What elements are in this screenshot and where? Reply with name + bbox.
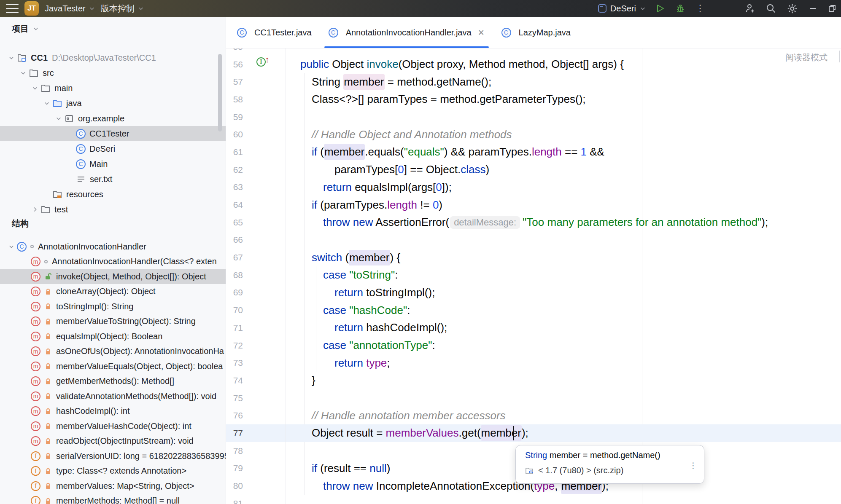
project-tree-item-cc1[interactable]: CC1D:\Desktop\JavaTester\CC1 <box>0 50 226 65</box>
chevron-down-icon[interactable] <box>56 115 62 121</box>
line-number[interactable]: 73 <box>226 358 243 368</box>
project-tree-item-ser-txt[interactable]: ser.txt <box>0 172 226 187</box>
structure-item-tostringimpl[interactable]: mtoStringImpl(): String <box>0 299 226 314</box>
line-number[interactable]: 70 <box>226 305 243 315</box>
line-number[interactable]: 68 <box>226 270 243 280</box>
structure-item-serialversionuid[interactable]: fserialVersionUID: long = 61820228836583… <box>0 448 226 464</box>
code-line-64[interactable]: 64if (paramTypes.length != 0) <box>226 196 841 214</box>
line-number[interactable]: 59 <box>226 112 243 122</box>
code-line-61[interactable]: 61if (member.equals("equals") && paramTy… <box>226 143 841 161</box>
line-number[interactable]: 66 <box>226 235 243 245</box>
code-line-73[interactable]: 73return type; <box>226 354 841 372</box>
line-number[interactable]: 57 <box>226 77 243 87</box>
tab-cc1tester-java[interactable]: CCC1Tester.java <box>229 17 320 48</box>
project-tree-item-java[interactable]: java <box>0 96 226 111</box>
gutter[interactable]: 75 <box>226 389 286 407</box>
line-number[interactable]: 81 <box>226 499 243 504</box>
tab-annotationinvocationhandler-java[interactable]: CAnnotationInvocationHandler.java✕ <box>320 17 493 48</box>
line-number[interactable]: 80 <box>226 481 243 491</box>
line-number[interactable]: 61 <box>226 147 243 157</box>
debug-button[interactable] <box>670 1 690 16</box>
chevron-down-icon[interactable] <box>44 100 50 106</box>
project-selector[interactable]: JavaTester <box>45 4 95 13</box>
structure-item-readobject[interactable]: mreadObject(ObjectInputStream): void <box>0 434 226 449</box>
vcs-menu[interactable]: 版本控制 <box>101 3 144 14</box>
structure-item-validateannotationmethods[interactable]: mvalidateAnnotationMethods(Method[]): vo… <box>0 389 226 404</box>
project-tree-item-org-example[interactable]: org.example <box>0 111 226 126</box>
line-number[interactable]: 55 <box>226 48 243 52</box>
gutter[interactable]: 81 <box>226 495 286 504</box>
gutter[interactable]: 69 <box>226 284 286 302</box>
tooltip-more-icon[interactable]: ⋮ <box>689 463 697 468</box>
gutter[interactable]: 67 <box>226 249 286 266</box>
code-line-70[interactable]: 70case "hashCode": <box>226 301 841 319</box>
gutter[interactable]: 55 <box>226 48 286 56</box>
code-line-75[interactable]: 75 <box>226 389 841 407</box>
project-scrollbar[interactable] <box>218 54 222 131</box>
project-tree-item-main[interactable]: CMain <box>0 156 226 172</box>
gutter[interactable]: 79 <box>226 460 286 477</box>
gutter[interactable]: 66 <box>226 231 286 249</box>
gutter[interactable]: 76 <box>226 407 286 424</box>
code-line-65[interactable]: 65throw new AssertionError(detailMessage… <box>226 214 841 231</box>
settings-button[interactable] <box>782 1 803 16</box>
search-everywhere-button[interactable] <box>760 1 782 16</box>
code-editor[interactable]: 5556I↑public Object invoke(Object proxy,… <box>226 48 841 504</box>
structure-panel-header[interactable]: 结构 <box>12 216 29 231</box>
line-number[interactable]: 60 <box>226 129 243 139</box>
more-actions-button[interactable]: ⋮ <box>690 1 710 16</box>
gutter[interactable]: 73 <box>226 354 286 372</box>
run-button[interactable] <box>650 1 670 16</box>
gutter[interactable]: 56I↑ <box>226 56 286 73</box>
code-line-57[interactable]: 57String member = method.getName(); <box>226 73 841 91</box>
chevron-down-icon[interactable] <box>8 244 14 249</box>
gutter[interactable]: 65 <box>226 214 286 231</box>
structure-item-equalsimpl[interactable]: mequalsImpl(Object): Boolean <box>0 329 226 344</box>
reader-mode-label[interactable]: 阅读器模式 <box>785 52 828 63</box>
structure-item-clonearray[interactable]: mcloneArray(Object): Object <box>0 284 226 299</box>
code-line-56[interactable]: 56I↑public Object invoke(Object proxy, M… <box>226 56 841 73</box>
line-number[interactable]: 78 <box>226 446 243 456</box>
code-line-76[interactable]: 76// Handle annotation member accessors <box>226 407 841 424</box>
structure-item-annotationinvocationhandler[interactable]: mAnnotationInvocationHandler(Class<? ext… <box>0 254 226 269</box>
code-line-81[interactable]: 81 <box>226 495 841 504</box>
code-line-74[interactable]: 74} <box>226 372 841 389</box>
gutter[interactable]: 71 <box>226 319 286 337</box>
code-line-77[interactable]: 77Object result = memberValues.get(membe… <box>226 424 841 442</box>
code-line-55[interactable]: 55 <box>226 48 841 56</box>
gutter[interactable]: 59 <box>226 108 286 126</box>
line-number[interactable]: 58 <box>226 94 243 105</box>
structure-item-membervaluetostring[interactable]: mmemberValueToString(Object): String <box>0 314 226 329</box>
add-user-button[interactable] <box>739 1 760 16</box>
line-number[interactable]: 63 <box>226 182 243 192</box>
structure-item-annotationinvocationhandler[interactable]: CAnnotationInvocationHandler <box>0 239 226 254</box>
line-number[interactable]: 65 <box>226 217 243 228</box>
structure-item-membervalues[interactable]: fmemberValues: Map<String, Object> <box>0 478 226 493</box>
structure-item-getmembermethods[interactable]: mgetMemberMethods(): Method[] <box>0 374 226 389</box>
implements-method-gutter-icon[interactable]: I↑ <box>256 57 270 67</box>
gutter[interactable]: 57 <box>226 73 286 91</box>
gutter[interactable]: 74 <box>226 372 286 389</box>
project-tree-item-test[interactable]: test <box>0 202 226 217</box>
structure-item-type[interactable]: ftype: Class<? extends Annotation> <box>0 464 226 479</box>
structure-item-membermethods[interactable]: fmemberMethods: Method[] = null <box>0 493 226 504</box>
gutter[interactable]: 62 <box>226 161 286 179</box>
code-line-69[interactable]: 69return toStringImpl(); <box>226 284 841 302</box>
code-line-60[interactable]: 60// Handle Object and Annotation method… <box>226 126 841 143</box>
project-tree-item-cc1tester[interactable]: CCC1Tester <box>0 126 226 141</box>
structure-item-asoneofus[interactable]: masOneOfUs(Object): AnnotationInvocation… <box>0 344 226 359</box>
restore-button[interactable] <box>822 1 837 16</box>
line-number[interactable]: 62 <box>226 165 243 175</box>
code-line-72[interactable]: 72case "annotationType": <box>226 337 841 354</box>
chevron-down-icon[interactable] <box>20 70 26 76</box>
gutter[interactable]: 68 <box>226 266 286 284</box>
line-number[interactable]: 72 <box>226 340 243 351</box>
code-line-68[interactable]: 68case "toString": <box>226 266 841 284</box>
line-number[interactable]: 67 <box>226 252 243 263</box>
gutter[interactable]: 61 <box>226 143 286 161</box>
project-tree-item-main[interactable]: main <box>0 80 226 96</box>
code-line-71[interactable]: 71return hashCodeImpl(); <box>226 319 841 337</box>
close-tab-icon[interactable]: ✕ <box>478 28 485 38</box>
line-number[interactable]: 69 <box>226 287 243 298</box>
main-menu-icon[interactable] <box>6 4 19 13</box>
